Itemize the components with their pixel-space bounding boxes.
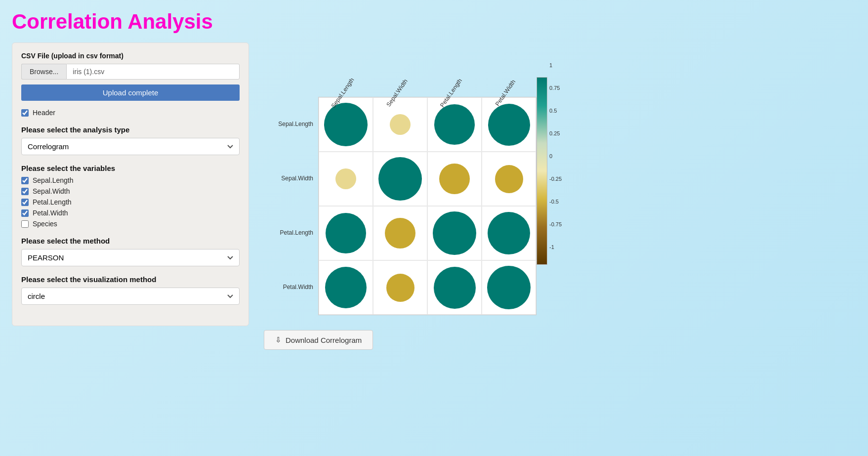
var-label-species: Species [33, 220, 57, 228]
download-icon: ⇩ [275, 335, 282, 344]
row-label-petal-length: Petal.Length [264, 206, 318, 260]
method-select[interactable]: PEARSON KENDALL SPEARMAN [21, 249, 240, 266]
browse-button[interactable]: Browse... [21, 64, 66, 80]
legend-label-n025: -0.25 [549, 176, 562, 182]
legend-label-1: 1 [549, 62, 562, 68]
legend-label-025: 0.25 [549, 130, 562, 136]
circle-3-0 [325, 267, 367, 308]
file-upload-row: Browse... iris (1).csv [21, 64, 240, 80]
correlogram-container: Sepal.Length Sepal.Width Petal.Length Pe… [264, 47, 562, 315]
sidebar-panel: CSV File (upload in csv format) Browse..… [12, 42, 249, 326]
file-name-display: iris (1).csv [66, 64, 240, 80]
circle-1-2 [439, 164, 470, 194]
var-row-petal-width: Petal.Width [21, 209, 240, 217]
cell-3-2 [427, 260, 482, 315]
viz-method-label: Please select the visualization method [21, 275, 240, 284]
cell-2-0 [319, 206, 373, 260]
viz-method-select[interactable]: circle square ellipse number shade color… [21, 288, 240, 305]
row-labels: Sepal.Length Sepal.Width Petal.Length Pe… [264, 97, 318, 315]
legend-wrap: 1 0.75 0.5 0.25 0 -0.25 -0.5 -0.75 -1 [537, 62, 562, 315]
cell-0-3 [482, 97, 536, 152]
circle-0-2 [434, 104, 475, 145]
csv-label: CSV File (upload in csv format) [21, 52, 240, 60]
header-label: Header [33, 109, 55, 117]
var-row-sepal-width: Sepal.Width [21, 187, 240, 195]
variables-label: Please select the variables [21, 164, 240, 172]
circle-2-0 [326, 213, 366, 253]
cell-3-1 [373, 260, 427, 315]
col-header-petal-width: Petal.Width [481, 47, 536, 97]
header-checkbox-row: Header [21, 109, 240, 117]
circle-0-0 [324, 103, 368, 146]
analysis-type-select[interactable]: Correlogram Heatmap Scatter [21, 138, 240, 155]
circle-1-0 [335, 168, 356, 189]
col-header-petal-length: Petal.Length [427, 47, 481, 97]
circle-3-3 [487, 266, 531, 309]
var-label-petal-length: Petal.Length [33, 198, 72, 206]
page-title: Correlation Analysis [12, 10, 856, 34]
cell-2-3 [482, 206, 536, 260]
cell-2-1 [373, 206, 427, 260]
corr-matrix-wrap: Sepal.Length Sepal.Width Petal.Length Pe… [264, 47, 537, 315]
legend-label-n075: -0.75 [549, 221, 562, 227]
circle-3-1 [386, 274, 414, 302]
header-checkbox[interactable] [21, 109, 29, 117]
var-row-species: Species [21, 220, 240, 228]
circle-1-3 [495, 165, 523, 193]
cell-1-0 [319, 152, 373, 206]
cell-0-2 [427, 97, 482, 152]
var-checkbox-petal-width[interactable] [21, 209, 29, 217]
var-row-petal-length: Petal.Length [21, 198, 240, 206]
upload-complete-button[interactable]: Upload complete [21, 84, 240, 101]
var-checkbox-sepal-width[interactable] [21, 188, 29, 195]
corr-grid [318, 97, 537, 315]
circle-0-1 [390, 114, 411, 135]
corr-body: Sepal.Length Sepal.Width Petal.Length Pe… [264, 97, 537, 315]
legend-label-075: 0.75 [549, 85, 562, 91]
legend-label-n05: -0.5 [549, 199, 562, 205]
cell-1-1 [373, 152, 427, 206]
download-button[interactable]: ⇩ Download Correlogram [264, 330, 373, 350]
circle-0-3 [488, 104, 530, 146]
method-label: Please select the method [21, 237, 240, 245]
var-label-sepal-length: Sepal.Length [33, 176, 74, 184]
var-checkbox-sepal-length[interactable] [21, 177, 29, 184]
var-checkbox-species[interactable] [21, 220, 29, 228]
variables-section: Sepal.Length Sepal.Width Petal.Length Pe… [21, 176, 240, 228]
circle-2-1 [385, 218, 415, 249]
grid-row-3 [319, 260, 536, 315]
cell-0-0 [319, 97, 373, 152]
circle-2-2 [433, 211, 476, 255]
cell-2-2 [427, 206, 482, 260]
cell-0-1 [373, 97, 427, 152]
cell-1-3 [482, 152, 536, 206]
col-headers: Sepal.Length Sepal.Width Petal.Length Pe… [318, 47, 537, 97]
circle-1-1 [378, 157, 422, 201]
cell-1-2 [427, 152, 482, 206]
row-label-petal-width: Petal.Width [264, 260, 318, 314]
grid-row-0 [319, 97, 536, 152]
legend-gradient [537, 77, 547, 265]
grid-row-1 [319, 152, 536, 206]
legend-labels: 1 0.75 0.5 0.25 0 -0.25 -0.5 -0.75 -1 [547, 62, 562, 250]
cell-3-0 [319, 260, 373, 315]
cell-3-3 [482, 260, 536, 315]
grid-row-2 [319, 206, 536, 260]
var-row-sepal-length: Sepal.Length [21, 176, 240, 184]
var-label-petal-width: Petal.Width [33, 209, 68, 217]
legend-label-0: 0 [549, 153, 562, 159]
right-panel: Sepal.Length Sepal.Width Petal.Length Pe… [264, 42, 856, 350]
main-layout: CSV File (upload in csv format) Browse..… [12, 42, 856, 350]
legend-label-05: 0.5 [549, 108, 562, 114]
circle-2-3 [488, 212, 530, 254]
download-label: Download Correlogram [286, 336, 362, 344]
circle-3-2 [434, 267, 476, 309]
var-checkbox-petal-length[interactable] [21, 199, 29, 206]
analysis-type-label: Please select the analysis type [21, 125, 240, 134]
col-header-sepal-width: Sepal.Width [372, 47, 427, 97]
row-label-sepal-width: Sepal.Width [264, 151, 318, 206]
col-header-sepal-length: Sepal.Length [318, 47, 372, 97]
row-label-sepal-length: Sepal.Length [264, 97, 318, 151]
legend-label-n1: -1 [549, 244, 562, 250]
var-label-sepal-width: Sepal.Width [33, 187, 70, 195]
